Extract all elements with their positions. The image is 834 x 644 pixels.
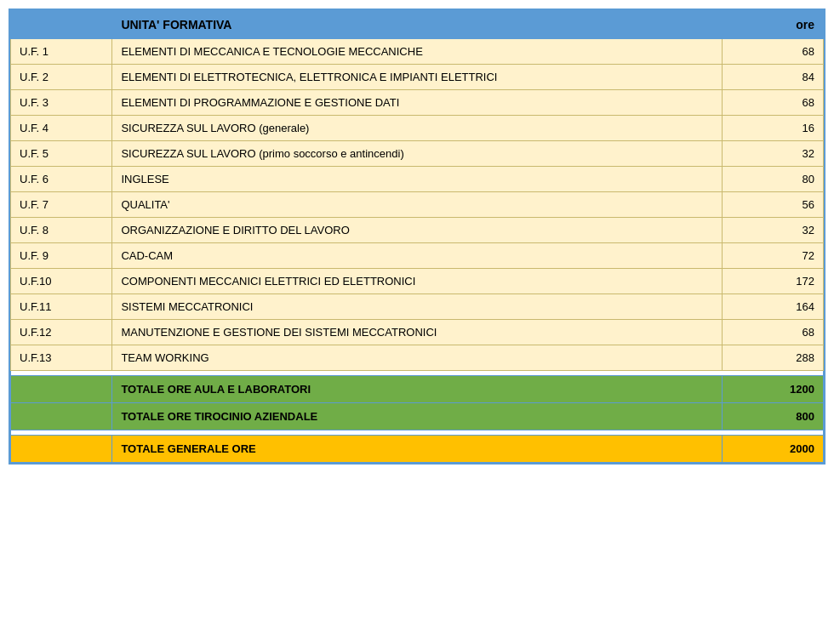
cell-id: U.F.13 (11, 345, 112, 371)
table-row: U.F. 7QUALITA'56 (11, 192, 824, 218)
cell-unit: SISTEMI MECCATRONICI (112, 294, 722, 320)
cell-id: U.F. 4 (11, 116, 112, 141)
cell-unit: CAD-CAM (112, 243, 722, 269)
header-id (11, 11, 112, 39)
table-row: U.F.13TEAM WORKING288 (11, 345, 824, 371)
cell-ore: 172 (722, 269, 823, 294)
total-aula-row: TOTALE ORE AULA E LABORATORI 1200 (11, 376, 824, 403)
cell-unit: ELEMENTI DI PROGRAMMAZIONE E GESTIONE DA… (112, 90, 722, 116)
cell-ore: 68 (722, 39, 823, 65)
header-row: UNITA' FORMATIVA ore (11, 11, 824, 39)
total-generale-ore: 2000 (722, 436, 823, 463)
total-tirocinio-row: TOTALE ORE TIROCINIO AZIENDALE 800 (11, 403, 824, 430)
table-row: U.F. 1ELEMENTI DI MECCANICA E TECNOLOGIE… (11, 39, 824, 65)
cell-id: U.F. 8 (11, 218, 112, 243)
cell-id: U.F. 1 (11, 39, 112, 65)
total-generale-id (11, 436, 112, 463)
table-row: U.F. 8ORGANIZZAZIONE E DIRITTO DEL LAVOR… (11, 218, 824, 243)
table-row: U.F. 4SICUREZZA SUL LAVORO (generale)16 (11, 116, 824, 141)
cell-id: U.F. 3 (11, 90, 112, 116)
cell-id: U.F.11 (11, 294, 112, 320)
cell-id: U.F. 6 (11, 167, 112, 192)
cell-unit: ELEMENTI DI ELETTROTECNICA, ELETTRONICA … (112, 65, 722, 90)
cell-ore: 68 (722, 90, 823, 116)
cell-unit: INGLESE (112, 167, 722, 192)
cell-ore: 32 (722, 141, 823, 167)
total-aula-label: TOTALE ORE AULA E LABORATORI (112, 376, 722, 403)
total-tirocinio-ore: 800 (722, 403, 823, 430)
cell-ore: 16 (722, 116, 823, 141)
cell-unit: QUALITA' (112, 192, 722, 218)
cell-unit: SICUREZZA SUL LAVORO (generale) (112, 116, 722, 141)
cell-id: U.F.10 (11, 269, 112, 294)
table-row: U.F. 3ELEMENTI DI PROGRAMMAZIONE E GESTI… (11, 90, 824, 116)
cell-unit: COMPONENTI MECCANICI ELETTRICI ED ELETTR… (112, 269, 722, 294)
table-row: U.F.12MANUTENZIONE E GESTIONE DEI SISTEM… (11, 320, 824, 345)
cell-ore: 32 (722, 218, 823, 243)
table-row: U.F. 9CAD-CAM72 (11, 243, 824, 269)
table-row: U.F. 6INGLESE80 (11, 167, 824, 192)
cell-ore: 80 (722, 167, 823, 192)
cell-id: U.F. 9 (11, 243, 112, 269)
total-tirocinio-label: TOTALE ORE TIROCINIO AZIENDALE (112, 403, 722, 430)
total-tirocinio-id (11, 403, 112, 430)
total-aula-id (11, 376, 112, 403)
table-row: U.F.10COMPONENTI MECCANICI ELETTRICI ED … (11, 269, 824, 294)
cell-ore: 72 (722, 243, 823, 269)
cell-ore: 164 (722, 294, 823, 320)
cell-id: U.F. 2 (11, 65, 112, 90)
cell-id: U.F. 7 (11, 192, 112, 218)
cell-unit: SICUREZZA SUL LAVORO (primo soccorso e a… (112, 141, 722, 167)
header-unit: UNITA' FORMATIVA (112, 11, 722, 39)
total-generale-row: TOTALE GENERALE ORE 2000 (11, 436, 824, 463)
cell-unit: MANUTENZIONE E GESTIONE DEI SISTEMI MECC… (112, 320, 722, 345)
cell-unit: ELEMENTI DI MECCANICA E TECNOLOGIE MECCA… (112, 39, 722, 65)
table-row: U.F. 2ELEMENTI DI ELETTROTECNICA, ELETTR… (11, 65, 824, 90)
cell-ore: 68 (722, 320, 823, 345)
cell-id: U.F. 5 (11, 141, 112, 167)
cell-ore: 288 (722, 345, 823, 371)
cell-unit: ORGANIZZAZIONE E DIRITTO DEL LAVORO (112, 218, 722, 243)
table-row: U.F.11SISTEMI MECCATRONICI164 (11, 294, 824, 320)
total-generale-label: TOTALE GENERALE ORE (112, 436, 722, 463)
cell-ore: 84 (722, 65, 823, 90)
cell-unit: TEAM WORKING (112, 345, 722, 371)
main-table-container: UNITA' FORMATIVA ore U.F. 1ELEMENTI DI M… (9, 9, 825, 464)
cell-id: U.F.12 (11, 320, 112, 345)
cell-ore: 56 (722, 192, 823, 218)
header-ore: ore (722, 11, 823, 39)
table-row: U.F. 5SICUREZZA SUL LAVORO (primo soccor… (11, 141, 824, 167)
total-aula-ore: 1200 (722, 376, 823, 403)
